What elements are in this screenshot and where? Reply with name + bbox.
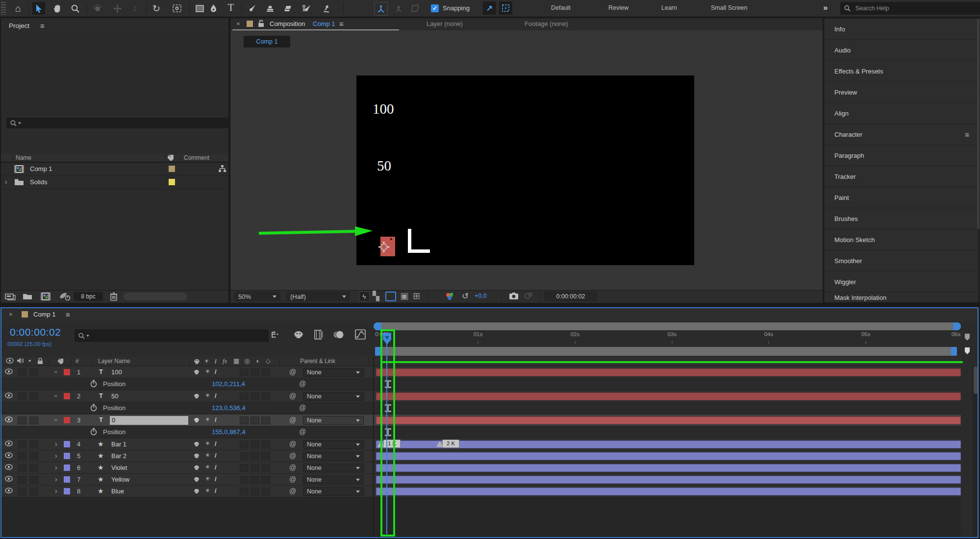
- composition-canvas[interactable]: 100 50: [356, 75, 694, 265]
- layer-color-swatch[interactable]: [64, 453, 70, 459]
- comp-marker-bin-icon[interactable]: [964, 333, 971, 343]
- switch-cell[interactable]: [240, 452, 249, 460]
- expand-chevron-icon[interactable]: ›: [55, 452, 57, 459]
- current-timecode[interactable]: 0:00:00:02: [10, 326, 61, 338]
- parent-pickwhip-icon[interactable]: @: [289, 452, 296, 460]
- lock-cell[interactable]: [29, 416, 38, 424]
- eye-icon[interactable]: [5, 476, 13, 483]
- project-item-comp1[interactable]: Comp 1: [1, 163, 228, 176]
- parent-dropdown[interactable]: None: [303, 475, 364, 484]
- property-row-position-3[interactable]: Position 155,0,867,4 @: [1, 426, 961, 438]
- exposure-icon[interactable]: ↺: [462, 291, 469, 301]
- hand-tool-icon[interactable]: [51, 2, 64, 15]
- property-name[interactable]: Position: [103, 404, 126, 412]
- switch-cell[interactable]: [251, 416, 259, 424]
- quality-switch[interactable]: /: [215, 440, 217, 447]
- quality-switch[interactable]: /: [215, 475, 217, 483]
- switch-cell[interactable]: [261, 452, 270, 460]
- panel-tab-wiggler[interactable]: Wiggler: [825, 271, 978, 292]
- layer-color-swatch[interactable]: [64, 465, 70, 471]
- viewer-menu-icon[interactable]: ≡: [339, 20, 344, 28]
- layer-color-swatch[interactable]: [64, 476, 70, 483]
- home-icon[interactable]: ⌂: [12, 2, 25, 15]
- layer-tab[interactable]: Layer (none): [427, 20, 463, 27]
- panel-tab-brushes[interactable]: Brushes: [825, 208, 978, 229]
- parent-pickwhip-icon[interactable]: @: [289, 464, 296, 471]
- parent-pickwhip-icon[interactable]: @: [289, 487, 296, 495]
- collapse-switch[interactable]: ☀: [205, 392, 210, 399]
- zoom-tool-icon[interactable]: [69, 2, 81, 15]
- workspace-tab-review[interactable]: Review: [608, 4, 628, 11]
- close-icon[interactable]: ×: [9, 311, 13, 318]
- expand-chevron-icon[interactable]: ›: [5, 178, 7, 186]
- property-name[interactable]: Position: [103, 428, 126, 436]
- property-pickwhip-icon[interactable]: @: [299, 428, 306, 436]
- show-snapshot-icon[interactable]: [524, 292, 533, 301]
- expand-chevron-icon[interactable]: ›: [55, 488, 57, 494]
- clone-stamp-tool-icon[interactable]: [264, 2, 276, 15]
- world-axis-mode-icon[interactable]: [392, 2, 405, 15]
- layer-row-7[interactable]: › 7 ★ Yellow ☀ / @ None: [1, 474, 961, 486]
- collapse-switch[interactable]: ☀: [205, 487, 210, 494]
- lock-cell[interactable]: [29, 441, 38, 448]
- layer-color-swatch[interactable]: [64, 393, 70, 399]
- layer-color-swatch[interactable]: [64, 369, 70, 375]
- layer-color-swatch[interactable]: [64, 441, 70, 447]
- quality-switch[interactable]: /: [215, 487, 217, 494]
- switch-cell[interactable]: [261, 392, 270, 400]
- timeline-empty-area[interactable]: [1, 497, 961, 537]
- workspace-tab-default[interactable]: Default: [551, 4, 571, 11]
- switch-cell[interactable]: [261, 416, 270, 424]
- layer-color-swatch[interactable]: [64, 417, 70, 423]
- property-row-position-1[interactable]: Position 102,0,211,4 @: [1, 378, 961, 390]
- expand-chevron-icon[interactable]: ›: [55, 464, 57, 471]
- eye-icon[interactable]: [5, 452, 13, 460]
- collapse-chevron-icon[interactable]: ›: [53, 418, 60, 421]
- shy-switch[interactable]: [193, 441, 200, 448]
- audio-cell[interactable]: [18, 452, 26, 460]
- interpret-footage-icon[interactable]: [5, 293, 16, 302]
- audio-cell[interactable]: [18, 488, 26, 495]
- parent-link-column[interactable]: Parent & Link: [300, 358, 335, 365]
- layer-duration-bar[interactable]: [376, 392, 961, 400]
- lock-cell[interactable]: [29, 488, 38, 495]
- layer-row-3-selected[interactable]: › 3 T 0 ☀ / @ None: [1, 415, 961, 426]
- render-engine-icon[interactable]: [59, 292, 71, 302]
- layer-name[interactable]: Bar 2: [111, 452, 126, 460]
- quality-switch[interactable]: /: [215, 416, 217, 423]
- unlock-icon[interactable]: [258, 20, 264, 29]
- rectangle-tool-icon[interactable]: [193, 2, 206, 15]
- collapse-switch[interactable]: ☀: [205, 440, 210, 447]
- parent-pickwhip-icon[interactable]: @: [289, 368, 296, 376]
- help-search-input[interactable]: [854, 4, 980, 12]
- transparency-grid-icon[interactable]: ▚: [373, 291, 379, 301]
- property-value[interactable]: 123,0,536,4: [212, 404, 246, 412]
- composition-mini-flowchart-icon[interactable]: [271, 331, 280, 342]
- switch-cell[interactable]: [251, 464, 259, 472]
- parent-pickwhip-icon[interactable]: @: [289, 416, 296, 424]
- audio-cell[interactable]: [18, 464, 26, 472]
- switch-cell[interactable]: [240, 368, 249, 376]
- navigator-end-handle[interactable]: [953, 322, 961, 330]
- switch-cell[interactable]: [251, 488, 259, 495]
- parent-dropdown[interactable]: None: [303, 440, 364, 449]
- shy-switch[interactable]: [193, 488, 200, 495]
- layer-row-8[interactable]: › 8 ★ Blue ☀ / @ None: [1, 486, 961, 497]
- channels-icon[interactable]: [445, 292, 454, 302]
- layer-name[interactable]: Violet: [111, 464, 127, 471]
- layer-row-5[interactable]: › 5 ★ Bar 2 ☀ / @ None: [1, 450, 961, 462]
- dolly-camera-tool-icon[interactable]: ↕: [128, 2, 141, 15]
- name-column-header[interactable]: Name: [16, 154, 31, 161]
- playhead[interactable]: [382, 332, 392, 346]
- stopwatch-icon[interactable]: [90, 380, 97, 389]
- new-composition-icon[interactable]: [40, 292, 51, 302]
- layer-name-column[interactable]: Layer Name: [98, 358, 130, 365]
- work-area-bar[interactable]: [375, 347, 957, 356]
- switch-cell[interactable]: [251, 392, 259, 400]
- keyframe-icon[interactable]: [385, 428, 391, 436]
- switch-cell[interactable]: [240, 476, 249, 484]
- snapping-checkbox[interactable]: ✓: [431, 4, 439, 12]
- fast-previews-icon[interactable]: ϟ: [359, 292, 370, 301]
- timeline-scrollbar-thumb[interactable]: [974, 367, 978, 394]
- shy-switch[interactable]: [193, 368, 200, 376]
